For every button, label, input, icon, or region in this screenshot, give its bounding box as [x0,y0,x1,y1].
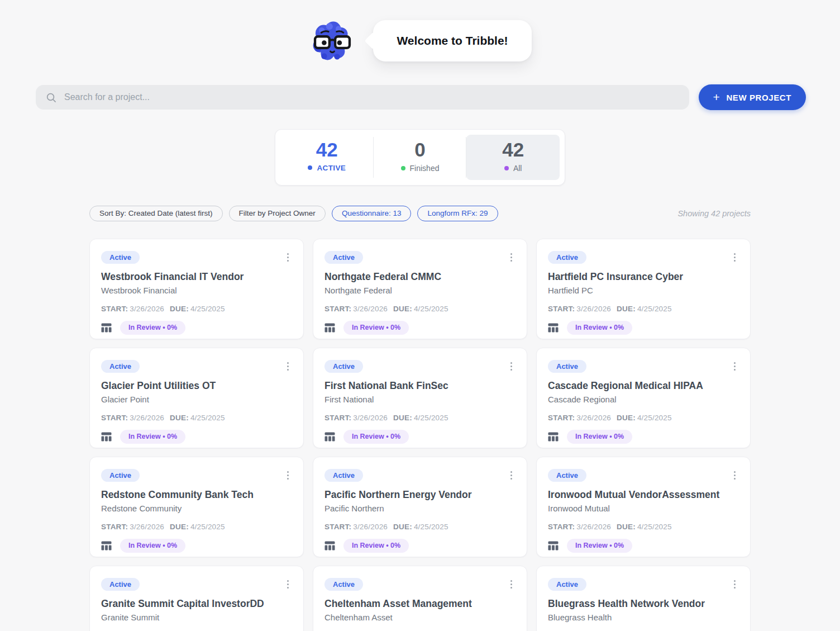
due-date: 4/25/2025 [637,523,672,531]
project-card[interactable]: Active Glacier Point Utilities OT Glacie… [89,348,304,448]
project-title: Westbrook Financial IT Vendor [101,271,292,283]
project-dates: START:3/26/2026DUE:4/25/2025 [548,414,739,422]
due-label: DUE: [617,523,636,531]
kebab-menu-icon[interactable] [284,469,293,482]
kebab-menu-icon[interactable] [507,251,516,264]
longform-rfx-chip[interactable]: Longform RFx: 29 [417,206,498,221]
status-badge: Active [324,251,363,264]
table-icon [548,540,559,551]
status-badge: Active [101,578,140,591]
due-label: DUE: [393,305,412,313]
all-count: 42 [466,139,560,161]
status-badge: Active [101,469,140,482]
start-label: START: [101,414,128,422]
sort-by-chip[interactable]: Sort By: Created Date (latest first) [89,206,223,221]
kebab-menu-icon[interactable] [507,469,516,482]
kebab-menu-icon[interactable] [284,578,293,591]
review-status-pill: In Review • 0% [343,430,409,444]
search-input[interactable] [64,92,679,102]
kebab-menu-icon[interactable] [731,360,739,373]
kebab-menu-icon[interactable] [284,360,293,373]
project-dates: START:3/26/2026DUE:4/25/2025 [324,414,516,422]
search-row: + NEW PROJECT [36,84,806,110]
start-label: START: [548,305,575,313]
project-company: Granite Summit [101,613,292,622]
project-company: Pacific Northern [324,504,516,513]
project-title: Hartfield PC Insurance Cyber [548,271,739,283]
project-dates: START:3/26/2026DUE:4/25/2025 [101,523,292,531]
table-icon [548,431,559,442]
kebab-menu-icon[interactable] [731,578,739,591]
project-card[interactable]: Active Ironwood Mutual VendorAssessment … [536,457,751,557]
kebab-menu-icon[interactable] [507,360,516,373]
project-company: First National [324,395,516,404]
status-badge: Active [324,360,363,373]
table-icon [324,431,335,442]
search-bar[interactable] [36,85,689,110]
start-label: START: [548,414,575,422]
stat-all[interactable]: 42 All [466,135,560,180]
kebab-menu-icon[interactable] [731,469,739,482]
project-card[interactable]: Active Westbrook Financial IT Vendor Wes… [89,239,304,339]
project-company: Cheltenham Asset [324,613,516,622]
review-status-pill: In Review • 0% [567,539,632,553]
review-status-pill: In Review • 0% [567,321,632,335]
kebab-menu-icon[interactable] [507,578,516,591]
project-company: Redstone Community [101,504,292,513]
status-badge: Active [548,469,586,482]
start-date: 3/26/2026 [576,305,611,313]
filter-owner-chip[interactable]: Filter by Project Owner [229,206,326,221]
project-title: Bluegrass Health Network Vendor [548,598,739,610]
project-card[interactable]: Active Pacific Northern Energy Vendor Pa… [313,457,527,557]
filter-row: Sort By: Created Date (latest first) Fil… [89,206,751,221]
project-card[interactable]: Active Hartfield PC Insurance Cyber Hart… [536,239,751,339]
status-badge: Active [101,251,140,264]
start-date: 3/26/2026 [130,414,164,422]
due-label: DUE: [170,523,189,531]
start-label: START: [101,305,128,313]
project-dates: START:3/26/2026DUE:4/25/2025 [324,523,516,531]
project-company: Hartfield PC [548,286,739,295]
project-dates: START:3/26/2026DUE:4/25/2025 [101,305,292,313]
welcome-bubble: Welcome to Tribble! [373,20,531,61]
project-title: Redstone Community Bank Tech [101,489,292,501]
status-badge: Active [548,360,586,373]
project-card[interactable]: Active First National Bank FinSec First … [313,348,527,448]
finished-label: Finished [410,164,440,173]
kebab-menu-icon[interactable] [731,251,739,264]
project-card[interactable]: Active Granite Summit Capital InvestorDD… [89,566,304,631]
new-project-button[interactable]: + NEW PROJECT [699,84,806,110]
review-status-pill: In Review • 0% [343,321,409,335]
project-company: Ironwood Mutual [548,504,739,513]
projects-grid: Active Westbrook Financial IT Vendor Wes… [89,239,751,631]
project-title: Pacific Northern Energy Vendor [324,489,516,501]
due-date: 4/25/2025 [637,305,672,313]
project-card[interactable]: Active Cascade Regional Medical HIPAA Ca… [536,348,751,448]
due-label: DUE: [393,414,412,422]
active-dot-icon [308,165,312,170]
review-status-pill: In Review • 0% [567,430,632,444]
project-card[interactable]: Active Cheltenham Asset Management Chelt… [313,566,527,631]
project-title: Cascade Regional Medical HIPAA [548,380,739,392]
project-title: First National Bank FinSec [324,380,516,392]
plus-icon: + [713,91,720,103]
project-title: Ironwood Mutual VendorAssessment [548,489,739,501]
stat-active[interactable]: 42 ACTIVE [280,135,374,180]
due-date: 4/25/2025 [414,523,448,531]
search-icon [46,92,56,103]
project-card[interactable]: Active Redstone Community Bank Tech Reds… [89,457,304,557]
kebab-menu-icon[interactable] [284,251,293,264]
project-card[interactable]: Active Bluegrass Health Network Vendor B… [536,566,751,631]
questionnaire-chip[interactable]: Questionnaire: 13 [332,206,412,221]
project-card[interactable]: Active Northgate Federal CMMC Northgate … [313,239,527,339]
stat-finished[interactable]: 0 Finished [374,135,467,180]
due-label: DUE: [170,305,189,313]
project-title: Granite Summit Capital InvestorDD [101,598,292,610]
status-badge: Active [548,578,586,591]
table-icon [324,540,335,551]
start-label: START: [548,523,575,531]
project-company: Bluegrass Health [548,613,739,622]
start-date: 3/26/2026 [353,523,388,531]
finished-count: 0 [374,139,467,161]
all-label: All [513,164,522,173]
